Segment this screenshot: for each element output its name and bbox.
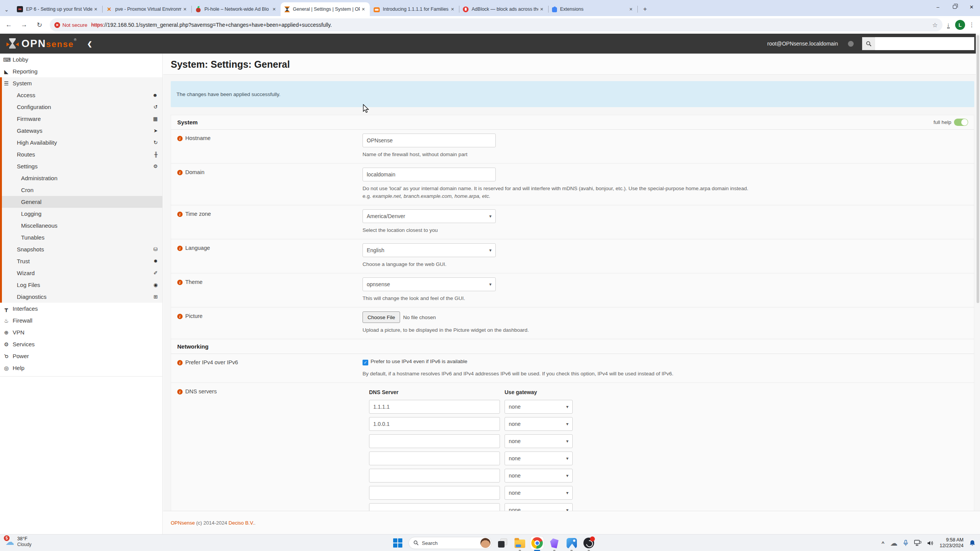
user-status-dot-icon[interactable] [848, 41, 854, 47]
onedrive-icon[interactable]: ☁ [890, 539, 897, 548]
tab-close-icon[interactable]: ✕ [449, 6, 456, 13]
sidebar-item-help[interactable]: ◎Help [0, 362, 162, 374]
not-secure-label[interactable]: Not secure [62, 22, 87, 28]
sidebar-item-system[interactable]: ☰System [2, 77, 162, 89]
tab-close-icon[interactable]: ✕ [271, 6, 278, 13]
weather-widget[interactable]: ☁5 38°FCloudy [5, 536, 31, 548]
back-icon[interactable]: ← [2, 18, 15, 31]
taskbar-search[interactable]: Search [408, 537, 492, 549]
sidebar-item-administration[interactable]: Administration [2, 172, 162, 184]
timezone-select[interactable]: America/Denver [363, 209, 496, 223]
sidebar-item-cron[interactable]: Cron [2, 184, 162, 196]
info-icon[interactable]: i [177, 136, 183, 141]
tab-youtube-video[interactable]: EP 6 - Setting up your first Vide ✕ [13, 2, 102, 16]
forward-icon[interactable]: → [18, 18, 31, 31]
tab-proxmox[interactable]: ✕ pve - Proxmox Virtual Environm ✕ [102, 2, 191, 16]
use-gateway-select-4[interactable]: none [505, 452, 573, 465]
sidebar-item-services[interactable]: ⚙Services [0, 338, 162, 350]
hostname-input[interactable] [363, 134, 496, 147]
language-select[interactable]: English [363, 243, 496, 257]
browser-profile-avatar[interactable]: L [955, 20, 965, 30]
microphone-icon[interactable] [903, 540, 908, 546]
sidebar-item-high-availability[interactable]: High Availability↻ [2, 137, 162, 148]
sidebar-item-configuration[interactable]: Configuration↺ [2, 101, 162, 113]
sidebar-item-routes[interactable]: Routes╫ [2, 148, 162, 160]
tab-search-chevron-icon[interactable]: ⌄ [0, 3, 13, 16]
use-gateway-select-2[interactable]: none [505, 417, 573, 431]
obs-studio-button[interactable] [582, 536, 595, 549]
tab-close-icon[interactable]: ✕ [360, 6, 367, 13]
dns-server-input-3[interactable] [369, 434, 500, 448]
info-icon[interactable]: i [177, 389, 183, 395]
dns-server-input-5[interactable] [369, 469, 500, 483]
dns-server-input-1[interactable] [369, 400, 500, 414]
domain-input[interactable] [363, 168, 496, 181]
downloads-icon[interactable]: ↓ [947, 22, 950, 28]
not-secure-icon[interactable]: ✕ [54, 22, 60, 28]
info-icon[interactable]: i [177, 314, 183, 319]
logged-in-user[interactable]: root@OPNsense.localdomain [767, 41, 838, 47]
deciso-footer-link[interactable]: Deciso B.V. [229, 520, 254, 526]
file-explorer-button[interactable] [513, 536, 526, 549]
start-button[interactable] [391, 536, 404, 549]
theme-select[interactable]: opnsense [363, 277, 496, 291]
dns-server-input-4[interactable] [369, 452, 500, 465]
sidebar-item-power[interactable]: ⚲Power [0, 350, 162, 362]
dns-server-input-6[interactable] [369, 486, 500, 500]
use-gateway-select-1[interactable]: none [505, 400, 573, 414]
network-ethernet-icon[interactable] [914, 540, 921, 546]
tab-close-icon[interactable]: ✕ [538, 6, 545, 13]
sidebar-item-settings[interactable]: Settings⚙ [2, 160, 162, 172]
reload-icon[interactable]: ↻ [33, 18, 46, 31]
info-icon[interactable]: i [177, 360, 183, 365]
tab-close-icon[interactable]: ✕ [92, 6, 99, 13]
restore-button[interactable] [946, 0, 963, 13]
info-icon[interactable]: i [177, 280, 183, 285]
sidebar-item-logging[interactable]: Logging [2, 208, 162, 220]
full-help-toggle[interactable] [954, 119, 968, 126]
tab-opnsense-active[interactable]: General | Settings | System | OP ✕ [281, 2, 370, 16]
tab-extensions[interactable]: Extensions ✕ [548, 2, 637, 16]
sidebar-item-miscellaneous[interactable]: Miscellaneous [2, 220, 162, 231]
tab-cloudflare[interactable]: Introducing 1.1.1.1 for Families ✕ [370, 2, 459, 16]
sidebar-item-log-files[interactable]: Log Files◉ [2, 279, 162, 291]
notification-bell-icon[interactable] [969, 540, 975, 546]
use-gateway-select-6[interactable]: none [505, 486, 573, 500]
info-icon[interactable]: i [177, 212, 183, 217]
sidebar-item-reporting[interactable]: ◣Reporting [0, 65, 162, 77]
tab-pihole[interactable]: Pi-hole – Network-wide Ad Blo ✕ [191, 2, 281, 16]
scrollbar-thumb[interactable] [977, 35, 979, 303]
sidebar-item-trust[interactable]: Trust✹ [2, 255, 162, 267]
sidebar-item-interfaces[interactable]: ┳Interfaces [0, 303, 162, 315]
tray-chevron-up-icon[interactable]: ^ [882, 540, 885, 546]
sidebar-item-general-active[interactable]: General [2, 196, 162, 208]
info-icon[interactable]: i [177, 170, 183, 175]
sidebar-item-gateways[interactable]: Gateways➤ [2, 125, 162, 137]
sidebar-item-lobby[interactable]: ⌨Lobby [0, 54, 162, 65]
url-text[interactable]: https://192.168.50.1/system_general.php?… [91, 22, 929, 28]
sidebar-item-diagnostics[interactable]: Diagnostics⊞ [2, 291, 162, 303]
header-search-input[interactable] [875, 37, 974, 50]
opnsense-footer-link[interactable]: OPNsense [171, 520, 195, 526]
chrome-button-active[interactable] [531, 536, 544, 549]
sidebar-item-vpn[interactable]: ⊕VPN [0, 326, 162, 338]
close-button[interactable]: ✕ [963, 0, 980, 13]
sidebar-item-wizard[interactable]: Wizard✐ [2, 267, 162, 279]
page-scrollbar[interactable] [976, 34, 980, 534]
obsidian-button[interactable] [548, 536, 561, 549]
minimize-button[interactable]: – [929, 0, 946, 13]
use-gateway-select-3[interactable]: none [505, 434, 573, 448]
choose-file-button[interactable]: Choose File [363, 311, 400, 323]
omnibox[interactable]: ✕ Not secure https://192.168.50.1/system… [50, 18, 942, 31]
new-tab-button[interactable]: + [640, 4, 650, 15]
sidebar-item-access[interactable]: Access☻ [2, 89, 162, 101]
speaker-icon[interactable] [927, 540, 934, 546]
sidebar-item-firmware[interactable]: Firmware▦ [2, 113, 162, 125]
tab-adblock[interactable]: AdBlock — block ads across the ✕ [459, 2, 548, 16]
prefer-ipv4-checkbox[interactable]: ✓ [363, 360, 368, 365]
sidebar-item-snapshots[interactable]: Snapshots⛁ [2, 243, 162, 255]
sidebar-collapse-icon[interactable]: ❮ [87, 40, 92, 47]
bookmark-star-icon[interactable]: ☆ [932, 21, 938, 29]
task-view-button[interactable] [496, 536, 509, 549]
tab-close-icon[interactable]: ✕ [627, 6, 634, 13]
